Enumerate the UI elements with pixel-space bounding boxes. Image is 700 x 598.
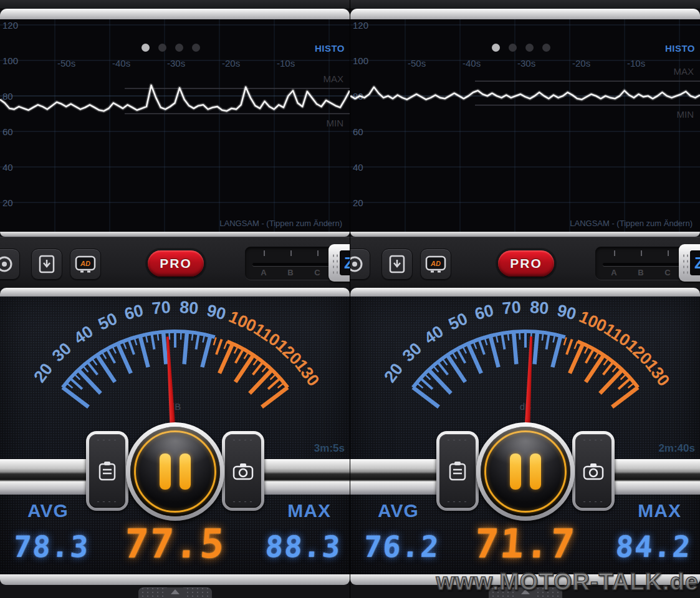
- response-mode-label[interactable]: LANGSAM - (Tippen zum Ändern): [219, 219, 342, 228]
- panel-top-edge: [350, 9, 700, 19]
- x-axis-label: -30s: [167, 58, 185, 69]
- gauge-tick: [262, 387, 288, 407]
- histo-title: HISTO: [315, 43, 345, 54]
- button-texture: [231, 500, 255, 503]
- response-mode-label[interactable]: LANGSAM - (Tippen zum Ändern): [570, 219, 693, 228]
- gauge-tick: [502, 333, 504, 349]
- response-weighting-slider[interactable]: A B C Z: [245, 247, 350, 280]
- gloss-highlight: [481, 427, 570, 516]
- gauge-scale-number: 80: [529, 298, 549, 318]
- gauge-scale-number: 90: [555, 301, 578, 324]
- gauge-tick: [575, 341, 578, 349]
- pro-button[interactable]: PRO: [148, 250, 204, 277]
- gauge-tick: [128, 339, 134, 355]
- gauge-tick: [102, 352, 107, 359]
- gauge-scale-number: 50: [95, 309, 120, 334]
- panel-divider: [350, 0, 350, 598]
- gauge-tick: [613, 366, 618, 372]
- pause-button[interactable]: [476, 422, 575, 521]
- gauge-tick: [170, 331, 170, 339]
- gauge-tick: [413, 387, 439, 407]
- gauge-tick: [192, 333, 193, 341]
- pro-button[interactable]: PRO: [498, 250, 554, 277]
- camera-icon: [583, 462, 604, 480]
- panel-bottom-edge: [0, 232, 350, 237]
- ad-badge-icon: AD: [75, 255, 96, 273]
- slider-option-c: C: [311, 268, 324, 277]
- record-button[interactable]: [0, 249, 20, 280]
- response-weighting-slider[interactable]: A B C Z: [595, 247, 700, 280]
- gauge-tick: [612, 387, 638, 407]
- records-button[interactable]: [86, 431, 128, 511]
- button-texture: [446, 439, 469, 442]
- camera-icon: [233, 462, 254, 480]
- camera-button-face: [225, 434, 261, 508]
- histo-title: HISTO: [665, 43, 695, 54]
- record-button[interactable]: [350, 249, 370, 280]
- page-dot-2[interactable]: [509, 44, 517, 52]
- gauge-tick: [535, 332, 537, 364]
- max-value: 88.3: [264, 529, 342, 564]
- gauge-tick: [271, 374, 276, 379]
- gauge-tick: [468, 344, 481, 374]
- ad-button[interactable]: AD: [420, 249, 451, 280]
- button-texture: [95, 500, 119, 503]
- gauge-tick: [196, 333, 199, 349]
- gauge-tick: [416, 383, 423, 388]
- page-dot-3[interactable]: [175, 44, 183, 52]
- page-dot-4[interactable]: [542, 44, 550, 52]
- page-dots[interactable]: [141, 44, 200, 52]
- gauge-tick: [628, 383, 635, 388]
- page-dot-3[interactable]: [525, 44, 534, 52]
- slider-knob-z[interactable]: Z: [328, 244, 350, 282]
- toolbar: AD PRO A B C Z: [350, 237, 700, 288]
- gauge-tick: [181, 331, 181, 339]
- panel-top-edge: [350, 288, 700, 297]
- max-label: MAX: [287, 500, 331, 521]
- pause-button[interactable]: [126, 422, 224, 521]
- min-line-label: MIN: [677, 109, 694, 120]
- histogram-panel[interactable]: 120 100 80 60 40 20 -50s -40s -30s -20s …: [0, 19, 350, 232]
- records-button[interactable]: [436, 431, 479, 511]
- gauge-scale-number: 20: [30, 359, 56, 386]
- camera-button[interactable]: [572, 431, 615, 511]
- gauge-tick: [567, 339, 572, 355]
- page-dot-2[interactable]: [158, 44, 166, 52]
- page-dot-1[interactable]: [492, 44, 500, 52]
- max-label: MAX: [638, 500, 681, 521]
- gauge-tick: [547, 333, 549, 349]
- gauge-scale-number: 50: [446, 309, 471, 334]
- svg-text:AD: AD: [430, 260, 441, 267]
- slider-option-c: C: [661, 268, 674, 277]
- gauge-tick: [262, 366, 268, 372]
- gauge-scale-number: 70: [502, 298, 522, 318]
- page-dots[interactable]: [492, 44, 550, 52]
- toolbar: AD PRO A B C Z: [0, 237, 350, 288]
- export-button[interactable]: [31, 249, 62, 280]
- gauge-scale-number: 60: [473, 301, 496, 324]
- export-button[interactable]: [381, 249, 413, 280]
- status-bar-remnant: [0, 0, 350, 9]
- panel-top-edge: [0, 9, 350, 19]
- camera-button-face: [575, 434, 611, 508]
- ad-button[interactable]: AD: [70, 249, 101, 280]
- button-texture: [582, 500, 605, 503]
- gauge-tick: [604, 359, 609, 366]
- elapsed-time: 2m:40s: [658, 442, 695, 455]
- drawer-handle[interactable]: [138, 587, 212, 598]
- slider-tick: [317, 250, 319, 256]
- page-dot-1[interactable]: [141, 44, 150, 52]
- gauge-tick: [508, 333, 509, 341]
- slider-tick: [264, 250, 265, 256]
- gauge-panel: 2030405060708090100110120130dB: [350, 297, 700, 574]
- histogram-panel[interactable]: 120 100 80 60 40 20 -50s -40s -30s -20s …: [350, 19, 700, 232]
- gauge-tick: [244, 352, 249, 359]
- slider-knob-z[interactable]: Z: [679, 244, 700, 282]
- gauge-tick: [216, 339, 222, 355]
- camera-button[interactable]: [222, 431, 264, 511]
- elapsed-time: 3m:5s: [314, 442, 345, 455]
- page-dot-4[interactable]: [192, 44, 200, 52]
- gauge-scale-number: 30: [49, 339, 75, 365]
- gauge-tick: [595, 352, 599, 359]
- waveform-glow: [0, 85, 350, 111]
